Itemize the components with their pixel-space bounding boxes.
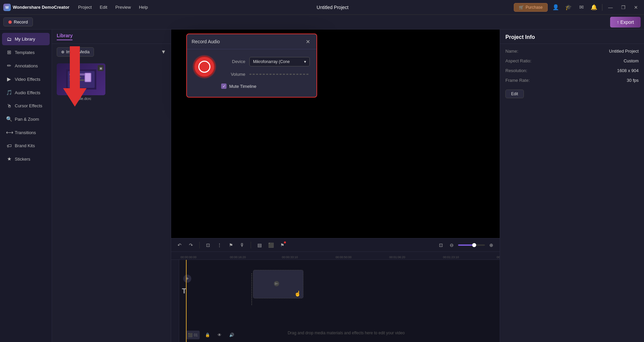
media-panel: Library ⊕ Import Media ▼ — [52, 30, 171, 342]
menu-edit[interactable]: Edit — [96, 3, 110, 11]
purchase-button[interactable]: 🛒 Purchase — [514, 3, 548, 12]
list-item[interactable]: ▣ Sample.dcrc — [57, 63, 105, 101]
zoom-slider[interactable] — [458, 244, 485, 246]
text-overlay-button[interactable]: ▤ — [255, 241, 264, 249]
mail-icon[interactable]: ✉ — [577, 3, 586, 12]
app-name: Wondershare DemoCreator — [13, 5, 69, 10]
zoom-fit-button[interactable]: ⊡ — [437, 241, 445, 249]
graduation-icon[interactable]: 🎓 — [564, 3, 573, 12]
cursor-effects-icon: 🖱 — [6, 103, 12, 109]
left-sidebar: 🗂 My Library ⊞ Templates ✏ Annotations ▶… — [0, 30, 52, 342]
topbar: W Wondershare DemoCreator Project Edit P… — [0, 0, 644, 15]
record-big-button[interactable] — [194, 56, 215, 77]
timeline-toolbar: ↶ ↷ ⊡ ⋮ ⚑ 🎙 ▤ ⬛ ⚑ ⊡ ⊖ ⊕ — [171, 238, 500, 252]
device-select[interactable]: Mikrofonarray (Cone ▾ — [249, 57, 310, 66]
split-button[interactable]: ⋮ — [215, 241, 224, 249]
drag-drop-text: Drag and drop media materials and effect… — [288, 331, 405, 335]
track-audio-btn[interactable]: 🔊 — [227, 331, 236, 339]
import-media-button[interactable]: ⊕ Import Media — [57, 47, 94, 57]
maximize-button[interactable]: ❐ — [618, 3, 628, 12]
secondbar: Record ↑ Export — [0, 15, 644, 30]
menu-project[interactable]: Project — [75, 3, 95, 11]
info-row-resolution: Resolution: 1608 x 904 — [505, 68, 639, 73]
tab-library[interactable]: Library — [57, 33, 72, 40]
record-button[interactable]: Record — [3, 17, 33, 26]
tl-divider-2 — [251, 242, 251, 248]
zoom-in-button[interactable]: ⊕ — [487, 241, 496, 249]
dialog-body: Device Mikrofonarray (Cone ▾ Volume ✓ — [187, 49, 316, 97]
media-thumbnail[interactable]: ▣ — [57, 63, 105, 95]
sidebar-item-label: Annotations — [15, 63, 38, 68]
mute-label: Mute Timeline — [229, 84, 256, 89]
crop-timeline-button[interactable]: ⊡ — [204, 241, 212, 249]
ruler-mark-3: 00:00:50:00 — [336, 255, 352, 259]
track-icons-row: ⬛ 01 🔒 👁 🔊 — [186, 331, 236, 339]
media-panel-toolbar: ⊕ Import Media ▼ — [52, 44, 171, 60]
record-audio-dialog[interactable]: Record Audio ✕ Device Mikrofonarray (Con… — [186, 34, 317, 98]
track-labels — [171, 260, 179, 342]
timeline-section: ↶ ↷ ⊡ ⋮ ⚑ 🎙 ▤ ⬛ ⚑ ⊡ ⊖ ⊕ — [171, 238, 500, 342]
sidebar-item-pan-zoom[interactable]: 🔍 Pan & Zoom — [2, 113, 50, 125]
add-track-button[interactable]: + — [183, 275, 191, 283]
track-num: 01 — [194, 333, 198, 337]
templates-icon: ⊞ — [6, 49, 12, 55]
minimize-button[interactable]: — — [606, 3, 615, 12]
track-lock-btn[interactable]: 🔒 — [203, 331, 212, 339]
marker-button[interactable]: ⚑ — [227, 241, 235, 249]
sidebar-item-annotations[interactable]: ✏ Annotations — [2, 59, 50, 72]
record-section: Device Mikrofonarray (Cone ▾ Volume — [194, 56, 310, 77]
undo-button[interactable]: ↶ — [175, 241, 184, 249]
timeline-tracks: + T ☝ — [179, 260, 500, 342]
sidebar-item-stickers[interactable]: ★ Stickers — [2, 153, 50, 165]
timeline-content: + T ☝ — [171, 260, 500, 342]
edit-project-button[interactable]: Edit — [505, 90, 524, 98]
track-visibility-btn[interactable]: 👁 — [215, 331, 224, 339]
bell-icon[interactable]: 🔔 — [589, 3, 599, 12]
dialog-close-button[interactable]: ✕ — [304, 38, 312, 46]
sidebar-item-label: Brand Kits — [15, 143, 35, 148]
menu-preview[interactable]: Preview — [112, 3, 134, 11]
audio-effects-icon: 🎵 — [6, 90, 12, 96]
menu-help[interactable]: Help — [136, 3, 151, 11]
close-button[interactable]: ✕ — [631, 3, 641, 12]
sidebar-item-video-effects[interactable]: ▶ Video Effects — [2, 73, 50, 86]
mic-button[interactable]: 🎙 — [238, 241, 247, 249]
user-icon[interactable]: 👤 — [551, 3, 560, 12]
tl-divider-1 — [199, 242, 200, 248]
flag-button[interactable]: ⚑ — [278, 241, 287, 249]
menu-bar: Project Edit Preview Help — [75, 3, 151, 11]
record-circle-icon — [198, 61, 210, 73]
export-button[interactable]: ↑ Export — [610, 17, 641, 27]
pan-zoom-icon: 🔍 — [6, 116, 12, 122]
sidebar-item-cursor-effects[interactable]: 🖱 Cursor Effects — [2, 100, 50, 112]
redo-button[interactable]: ↷ — [187, 241, 195, 249]
sidebar-item-label: Cursor Effects — [15, 103, 42, 108]
zoom-out-button[interactable]: ⊖ — [447, 241, 456, 249]
volume-slider[interactable] — [249, 74, 310, 75]
value-resolution: 1608 x 904 — [617, 68, 639, 73]
filter-button[interactable]: ▼ — [161, 49, 166, 55]
sidebar-item-audio-effects[interactable]: 🎵 Audio Effects — [2, 86, 50, 99]
track-clip-icon: ⬛ — [188, 333, 193, 337]
sidebar-item-transitions[interactable]: ⟷ Transitions — [2, 126, 50, 139]
sidebar-item-my-library[interactable]: 🗂 My Library — [2, 33, 50, 45]
value-name: Untitled Project — [609, 49, 639, 54]
svg-rect-6 — [85, 73, 91, 81]
drag-drop-area: Drag and drop media materials and effect… — [193, 270, 500, 335]
comment-button[interactable]: ⬛ — [266, 241, 275, 249]
annotations-icon: ✏ — [6, 63, 12, 69]
svg-rect-4 — [69, 79, 85, 81]
dialog-title: Record Audio — [192, 39, 220, 44]
mute-checkbox[interactable]: ✓ — [221, 83, 227, 89]
sidebar-item-brand-kits[interactable]: 🏷 Brand Kits — [2, 139, 50, 152]
svg-rect-3 — [69, 77, 81, 78]
device-label: Device — [222, 59, 245, 64]
value-aspect: Custom — [624, 58, 639, 63]
record-dot-icon — [8, 20, 12, 24]
sidebar-item-label: Audio Effects — [15, 90, 40, 95]
right-panel: Project Info Name: Untitled Project Aspe… — [500, 30, 644, 342]
app-logo-icon: W — [3, 4, 11, 11]
sidebar-item-templates[interactable]: ⊞ Templates — [2, 46, 50, 59]
svg-rect-2 — [69, 73, 86, 75]
brand-kits-icon: 🏷 — [6, 143, 12, 149]
